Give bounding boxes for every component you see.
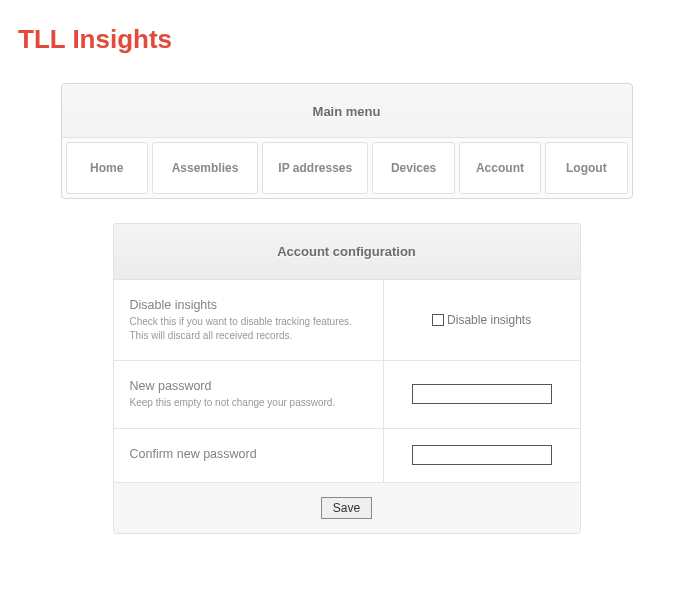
new-password-help: Keep this empty to not change your passw… [130, 396, 367, 410]
main-menu-panel: Main menu Home Assemblies IP addresses D… [61, 83, 633, 199]
config-row-confirm-password: Confirm new password [114, 429, 580, 483]
menu-item-assemblies[interactable]: Assemblies [152, 142, 258, 194]
disable-insights-control-cell: Disable insights [384, 280, 580, 360]
confirm-password-label-cell: Confirm new password [114, 429, 384, 482]
disable-insights-checkbox-wrap[interactable]: Disable insights [432, 313, 531, 327]
new-password-input[interactable] [412, 384, 552, 404]
menu-item-devices[interactable]: Devices [372, 142, 454, 194]
confirm-password-input[interactable] [412, 445, 552, 465]
menu-item-account[interactable]: Account [459, 142, 541, 194]
disable-insights-label: Disable insights [130, 298, 367, 312]
confirm-password-label: Confirm new password [130, 447, 367, 461]
config-row-new-password: New password Keep this empty to not chan… [114, 361, 580, 429]
new-password-label-cell: New password Keep this empty to not chan… [114, 361, 384, 428]
disable-insights-label-cell: Disable insights Check this if you want … [114, 280, 384, 360]
account-config-panel: Account configuration Disable insights C… [113, 223, 581, 534]
disable-insights-checkbox[interactable] [432, 314, 444, 326]
disable-insights-help: Check this if you want to disable tracki… [130, 315, 367, 342]
new-password-control-cell [384, 361, 580, 428]
disable-insights-checkbox-label: Disable insights [447, 313, 531, 327]
config-row-disable-insights: Disable insights Check this if you want … [114, 280, 580, 361]
save-row: Save [114, 483, 580, 533]
menu-item-logout[interactable]: Logout [545, 142, 627, 194]
confirm-password-control-cell [384, 429, 580, 482]
save-button[interactable]: Save [321, 497, 372, 519]
menu-item-home[interactable]: Home [66, 142, 148, 194]
new-password-label: New password [130, 379, 367, 393]
main-menu-header: Main menu [62, 84, 632, 137]
account-config-header: Account configuration [114, 224, 580, 280]
menu-item-ip-addresses[interactable]: IP addresses [262, 142, 368, 194]
app-title: TLL Insights [18, 24, 675, 55]
main-menu-items: Home Assemblies IP addresses Devices Acc… [62, 137, 632, 198]
